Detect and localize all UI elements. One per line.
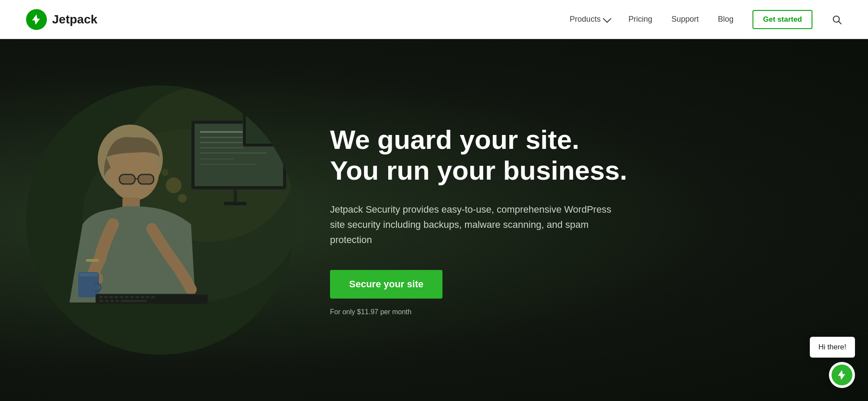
svg-line-2 [839,21,842,24]
hero-subtext: Jetpack Security provides easy-to-use, c… [330,202,625,248]
nav-products[interactable]: Products [570,15,609,24]
hero-headline: We guard your site. You run your busines… [330,124,627,186]
main-nav: Products Pricing Support Blog Get starte… [570,10,842,29]
hero-image-placeholder [26,85,295,355]
chat-open-button[interactable] [829,362,855,388]
price-note: For only $11.97 per month [330,308,627,316]
chat-widget: Hi there! [810,337,855,388]
main-header: Jetpack Products Pricing Support Blog Ge… [0,0,868,39]
hero-content: We guard your site. You run your busines… [330,124,627,316]
chat-icon [832,365,852,385]
hero-section: We guard your site. You run your busines… [0,39,868,401]
bolt-icon [836,369,848,381]
logo-icon [26,9,47,30]
svg-rect-54 [26,85,295,355]
nav-blog[interactable]: Blog [718,15,733,24]
chevron-down-icon [603,14,611,23]
chat-greeting-bubble: Hi there! [810,337,855,358]
logo-text: Jetpack [52,13,97,26]
svg-marker-55 [838,370,845,380]
nav-pricing[interactable]: Pricing [628,15,652,24]
search-icon [832,14,842,25]
hero-cta-area: Secure your site For only $11.97 per mon… [330,270,627,316]
search-button[interactable] [832,14,842,25]
logo-link[interactable]: Jetpack [26,9,97,30]
hero-image [26,85,295,355]
secure-site-button[interactable]: Secure your site [330,270,442,299]
nav-support[interactable]: Support [671,15,699,24]
svg-marker-0 [32,14,40,25]
get-started-button[interactable]: Get started [752,10,812,29]
